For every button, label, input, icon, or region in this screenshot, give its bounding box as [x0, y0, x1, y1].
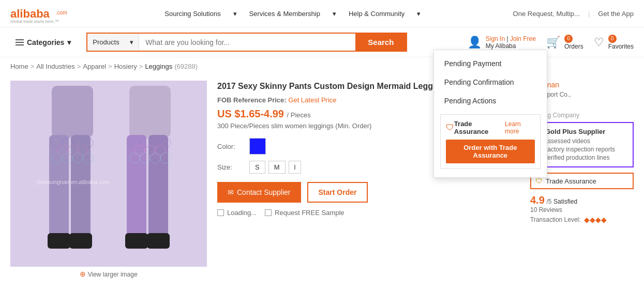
alibaba-logo-svg: alibaba .com Global trade starts here.™ [10, 3, 72, 24]
account-icon: 👤 [468, 36, 482, 49]
favorites-item[interactable]: ♡ 0 Favorites [594, 34, 634, 50]
categories-chevron-icon: ▾ [67, 38, 71, 47]
breadcrumb-apparel[interactable]: Apparel [83, 63, 106, 70]
trade-assurance-supplier-label: Trade Assurance [546, 177, 596, 185]
help-community-link[interactable]: Help & Community [349, 10, 405, 18]
top-navigation: alibaba .com Global trade starts here.™ … [0, 0, 644, 57]
search-category-label: Products [93, 38, 119, 46]
search-button[interactable]: Search [355, 34, 406, 51]
svg-rect-34 [125, 233, 148, 249]
color-swatch-blue[interactable] [249, 138, 266, 155]
gold-plus-item-2: Factory inspection reports [544, 146, 628, 153]
price-value: US $1.65-4.99 [217, 108, 284, 119]
rating-row: 4.9 /5 Satisfied 10 Reviews [530, 194, 634, 213]
fob-label: FOB Reference Price: [217, 96, 287, 104]
free-sample-label: Request FREE Sample [275, 209, 344, 217]
svg-rect-19 [69, 233, 92, 249]
search-container: Products ▾ Search [86, 33, 407, 52]
one-request-link[interactable]: One Request, Multip... [513, 10, 580, 18]
breadcrumb-home[interactable]: Home [10, 63, 28, 70]
product-image-svg: yiwusungnan.en.alibaba.com [10, 81, 207, 267]
breadcrumb-hosiery[interactable]: Hosiery [114, 63, 137, 70]
learn-more-link[interactable]: Learn more [505, 120, 535, 135]
favorites-badge: 0 [608, 35, 617, 43]
pending-actions-item[interactable]: Pending Actions [434, 91, 547, 110]
search-input[interactable] [139, 34, 355, 51]
product-images-section: yiwusungnan.en.alibaba.com ⊕ View larger… [10, 81, 207, 278]
breadcrumb: Home > All Industries > Apparel > Hosier… [0, 57, 644, 75]
trade-assurance-icon: 🛡 [446, 123, 454, 132]
size-m-button[interactable]: M [268, 161, 286, 174]
categories-label: Categories [27, 38, 64, 47]
color-label: Color: [217, 143, 243, 150]
svg-rect-4 [52, 86, 93, 137]
gold-plus-list: Assessed videos Factory inspection repor… [535, 137, 628, 161]
svg-text:.com: .com [56, 10, 67, 16]
loading-item[interactable]: Loading... [217, 209, 257, 217]
size-label: Size: [217, 163, 243, 171]
reviews-count: 10 Reviews [530, 206, 634, 213]
favorites-heart-icon: ♡ [594, 36, 604, 49]
size-l-button[interactable]: l [289, 161, 302, 174]
sourcing-solutions-link[interactable]: Sourcing Solutions [164, 10, 220, 18]
breadcrumb-count: (69288) [174, 63, 198, 70]
get-app-link[interactable]: Get the App [598, 10, 634, 18]
free-sample-checkbox-icon [265, 209, 272, 216]
gold-plus-label: Gold Plus Supplier [545, 128, 605, 135]
svg-rect-21 [127, 135, 146, 238]
breadcrumb-all-industries[interactable]: All Industries [36, 63, 74, 70]
transaction-level-row: Transaction Level: ◆◆◆◆ [530, 216, 634, 224]
svg-rect-20 [129, 86, 171, 137]
contact-supplier-button[interactable]: ✉ Contact Supplier [217, 182, 301, 203]
orders-item[interactable]: 🛒 0 Orders [546, 34, 583, 50]
orders-icon: 🛒 [546, 36, 560, 49]
price-unit: / Pieces [287, 111, 311, 119]
orders-badge: 0 [564, 35, 573, 43]
diamond-rating-icons: ◆◆◆◆ [584, 216, 607, 224]
svg-rect-18 [48, 233, 70, 249]
view-larger-link[interactable]: ⊕ View larger image [10, 270, 207, 278]
order-with-trade-assurance-button[interactable]: Order with Trade Assurance [446, 140, 535, 163]
rating-out-of: /5 [546, 198, 551, 205]
main-content: yiwusungnan.en.alibaba.com ⊕ View larger… [0, 75, 644, 283]
my-alibaba-account[interactable]: 👤 Sign In | Join Free My Alibaba Pending… [468, 35, 536, 50]
action-buttons-row: ✉ Contact Supplier Start Order [217, 182, 520, 203]
sign-in-link[interactable]: Sign In [486, 35, 505, 42]
favorites-label: Favorites [608, 43, 634, 50]
svg-text:Global trade starts here.™: Global trade starts here.™ [10, 19, 59, 24]
account-area: 👤 Sign In | Join Free My Alibaba Pending… [468, 34, 634, 50]
size-s-button[interactable]: S [249, 161, 265, 174]
size-options: S M l [249, 161, 301, 174]
orders-label: Orders [564, 43, 583, 50]
pending-payment-item[interactable]: Pending Payment [434, 54, 547, 73]
account-dropdown-menu: Pending Payment Pending Confirmation Pen… [433, 50, 547, 178]
trade-assurance-dropdown-box: 🛡 Trade Assurance Learn more Order with … [440, 114, 541, 169]
get-latest-price-link[interactable]: Get Latest Price [288, 96, 336, 104]
search-category-dropdown[interactable]: Products ▾ [87, 34, 139, 51]
pending-confirmation-item[interactable]: Pending Confirmation [434, 73, 547, 91]
message-icon: ✉ [228, 188, 234, 196]
trade-assurance-shield-icon: 🛡 [535, 177, 543, 185]
svg-rect-35 [147, 233, 170, 249]
svg-rect-6 [71, 135, 91, 238]
plus-icon: ⊕ [80, 270, 86, 278]
svg-text:alibaba: alibaba [10, 7, 50, 20]
svg-rect-22 [148, 135, 168, 238]
rating-score: 4.9 [530, 194, 545, 206]
gold-plus-item-1: Assessed videos [544, 137, 628, 145]
start-order-button[interactable]: Start Order [307, 182, 368, 203]
logo[interactable]: alibaba .com Global trade starts here.™ [10, 3, 72, 24]
join-free-link[interactable]: Join Free [510, 35, 536, 42]
transaction-level-label: Transaction Level: [530, 216, 581, 223]
watermark-text: yiwusungnan.en.alibaba.com [36, 179, 110, 185]
gold-plus-item-3: Verified production lines [544, 154, 628, 161]
loading-checkbox-icon [217, 209, 224, 216]
categories-button[interactable]: Categories ▾ [10, 38, 76, 47]
loading-label: Loading... [227, 209, 257, 217]
svg-rect-3 [10, 81, 207, 267]
trade-assurance-label: Trade Assurance [454, 120, 505, 135]
free-sample-item[interactable]: Request FREE Sample [265, 209, 344, 217]
services-membership-link[interactable]: Services & Membership [249, 10, 320, 18]
hamburger-icon [16, 39, 24, 45]
loading-row: Loading... Request FREE Sample [217, 209, 520, 217]
